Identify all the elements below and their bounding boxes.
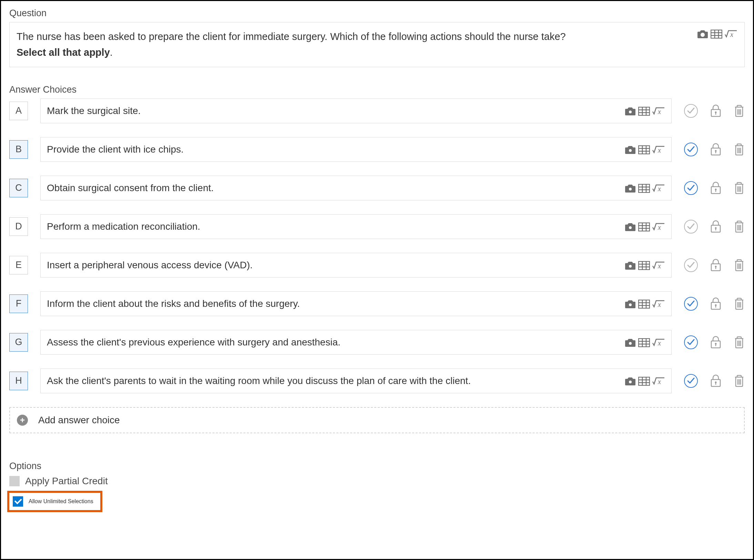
- camera-icon[interactable]: [624, 261, 636, 270]
- check-icon: [684, 104, 698, 118]
- camera-icon[interactable]: [624, 106, 636, 116]
- choice-editor[interactable]: Perform a medication reconciliation. x: [40, 214, 672, 239]
- check-icon: [684, 335, 698, 349]
- svg-point-80: [715, 304, 717, 306]
- equation-icon[interactable]: x: [652, 338, 665, 348]
- trash-icon[interactable]: [734, 143, 745, 156]
- choice-editor[interactable]: Mark the surgical site. x: [40, 98, 672, 123]
- choice-letter[interactable]: C: [9, 179, 28, 197]
- choice-text: Inform the client about the risks and be…: [47, 298, 624, 309]
- question-editor[interactable]: The nurse has been asked to prepare the …: [9, 22, 745, 67]
- camera-icon[interactable]: [624, 222, 636, 232]
- lock-icon[interactable]: [710, 297, 721, 310]
- choice-letter[interactable]: E: [9, 256, 28, 274]
- choice-editor[interactable]: Provide the client with ice chips. x: [40, 137, 672, 162]
- question-suffix: .: [110, 47, 113, 58]
- checkbox-partial-credit[interactable]: [9, 476, 20, 486]
- choice-letter[interactable]: H: [9, 372, 28, 390]
- equation-icon[interactable]: x: [724, 29, 737, 39]
- check-icon: [684, 297, 698, 311]
- equation-icon[interactable]: x: [652, 299, 665, 309]
- camera-icon[interactable]: [624, 145, 636, 155]
- trash-icon[interactable]: [734, 259, 745, 272]
- equation-icon[interactable]: x: [652, 106, 665, 116]
- question-body: The nurse has been asked to prepare the …: [17, 31, 566, 42]
- choice-toolbar: x: [624, 338, 665, 348]
- equation-icon[interactable]: x: [652, 376, 665, 386]
- equation-icon[interactable]: x: [652, 261, 665, 270]
- choice-editor[interactable]: Ask the client's parents to wait in the …: [40, 369, 672, 393]
- svg-point-54: [715, 227, 717, 229]
- lock-icon[interactable]: [710, 259, 721, 272]
- table-icon[interactable]: [638, 261, 650, 270]
- choice-editor[interactable]: Insert a peripheral venous access device…: [40, 253, 672, 278]
- choice-letter[interactable]: F: [9, 294, 28, 313]
- table-icon[interactable]: [638, 377, 650, 386]
- trash-icon[interactable]: [734, 374, 745, 387]
- choice-letter[interactable]: A: [9, 102, 28, 120]
- trash-icon[interactable]: [734, 182, 745, 195]
- table-icon[interactable]: [711, 30, 722, 39]
- choice-text: Provide the client with ice chips.: [47, 144, 624, 155]
- camera-icon[interactable]: [697, 29, 709, 39]
- svg-text:x: x: [658, 262, 661, 270]
- mark-correct-button[interactable]: [684, 297, 698, 311]
- trash-icon[interactable]: [734, 104, 745, 117]
- svg-rect-8: [639, 107, 650, 115]
- choice-toolbar: x: [624, 261, 665, 270]
- camera-icon[interactable]: [624, 184, 636, 193]
- answer-row: C Obtain surgical consent from the clien…: [9, 176, 745, 200]
- camera-icon[interactable]: [624, 338, 636, 348]
- mark-correct-button[interactable]: [684, 143, 698, 156]
- lock-icon[interactable]: [710, 220, 721, 233]
- choice-editor[interactable]: Inform the client about the risks and be…: [40, 291, 672, 316]
- svg-rect-21: [639, 146, 650, 154]
- choice-actions: [684, 220, 745, 234]
- trash-icon[interactable]: [734, 297, 745, 310]
- svg-rect-99: [639, 377, 650, 385]
- mark-correct-button[interactable]: [684, 181, 698, 195]
- add-answer-choice[interactable]: + Add answer choice: [9, 407, 745, 433]
- table-icon[interactable]: [638, 184, 650, 193]
- equation-icon[interactable]: x: [652, 145, 665, 155]
- option-partial-credit[interactable]: Apply Partial Credit: [9, 476, 745, 487]
- table-icon[interactable]: [638, 300, 650, 309]
- choice-letter[interactable]: G: [9, 333, 28, 352]
- lock-icon[interactable]: [710, 374, 721, 387]
- table-icon[interactable]: [638, 222, 650, 231]
- choice-text: Perform a medication reconciliation.: [47, 221, 624, 232]
- lock-icon[interactable]: [710, 336, 721, 349]
- choice-toolbar: x: [624, 376, 665, 386]
- trash-icon[interactable]: [734, 220, 745, 233]
- choice-editor[interactable]: Assess the client's previous experience …: [40, 330, 672, 355]
- mark-correct-button[interactable]: [684, 258, 698, 272]
- lock-icon[interactable]: [710, 104, 721, 117]
- choice-letter[interactable]: D: [9, 217, 28, 236]
- mark-correct-button[interactable]: [684, 335, 698, 349]
- trash-icon[interactable]: [734, 336, 745, 349]
- equation-icon[interactable]: x: [652, 184, 665, 193]
- svg-text:x: x: [658, 146, 661, 154]
- camera-icon[interactable]: [624, 376, 636, 386]
- camera-icon[interactable]: [624, 299, 636, 309]
- question-text[interactable]: The nurse has been asked to prepare the …: [17, 29, 697, 61]
- choice-text: Insert a peripheral venous access device…: [47, 260, 624, 271]
- table-icon[interactable]: [638, 338, 650, 347]
- svg-text:x: x: [658, 224, 661, 231]
- choice-editor[interactable]: Obtain surgical consent from the client.…: [40, 176, 672, 200]
- check-icon: [684, 258, 698, 272]
- choice-letter[interactable]: B: [9, 140, 28, 159]
- svg-point-7: [629, 111, 632, 113]
- choice-text: Mark the surgical site.: [47, 105, 624, 116]
- table-icon[interactable]: [638, 145, 650, 154]
- lock-icon[interactable]: [710, 143, 721, 156]
- equation-icon[interactable]: x: [652, 222, 665, 232]
- mark-correct-button[interactable]: [684, 220, 698, 234]
- mark-correct-button[interactable]: [684, 374, 698, 388]
- choice-text: Assess the client's previous experience …: [47, 337, 624, 348]
- svg-point-41: [715, 188, 717, 190]
- lock-icon[interactable]: [710, 182, 721, 195]
- mark-correct-button[interactable]: [684, 104, 698, 118]
- table-icon[interactable]: [638, 107, 650, 116]
- checkbox-unlimited-selections[interactable]: [13, 496, 23, 507]
